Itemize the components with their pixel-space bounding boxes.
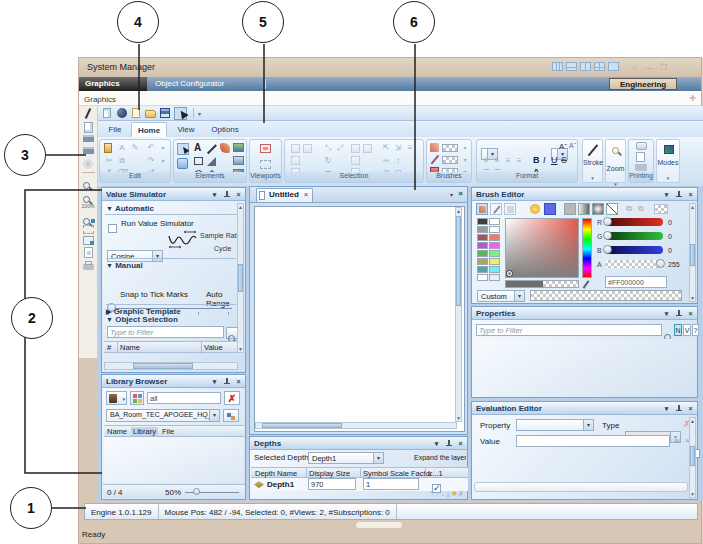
align-left-icon[interactable] [351,144,360,153]
col-symbol-scale[interactable]: Symbol Scale Factor [363,469,432,478]
depths-header[interactable]: Depths [250,437,467,450]
no-brush-button[interactable] [606,203,618,215]
select-all-icon[interactable] [291,156,300,165]
color-swatch[interactable] [477,234,488,241]
align-text-justify-icon[interactable]: ≡ [514,156,524,166]
restore-icon[interactable]: ❐ [660,63,667,72]
shrink-font-icon[interactable]: Aˇ [569,142,576,149]
run-simulator-checkbox[interactable] [108,224,117,233]
document-tab-untitled[interactable]: Untitled × [256,188,313,202]
nav-tab-object-configurator[interactable]: Object Configurator [149,77,259,91]
engineering-button[interactable]: Engineering [609,78,677,90]
align-text-left-icon[interactable]: ≡ [481,156,491,166]
evaluation-hscrollbar[interactable] [474,482,688,492]
library-search-input[interactable] [147,392,221,404]
move-top-icon[interactable]: ⤒ [430,490,433,497]
group-icon[interactable] [291,144,300,153]
rectangle-tool-icon[interactable] [194,157,203,165]
title-bar[interactable]: System Manager ⌂ — ❐ [79,58,701,77]
library-zoom-thumb[interactable] [193,488,200,495]
brightness-icon[interactable] [530,204,540,214]
pen-tool-icon[interactable] [82,108,95,120]
undo-dropdown-icon[interactable]: ▾ [158,143,168,153]
properties-header[interactable]: Properties [472,307,697,320]
library-layers-button[interactable] [223,409,239,422]
property-combo[interactable]: ▾ [516,419,594,431]
align-text-center-icon[interactable]: ≡ [492,156,502,166]
undo-icon[interactable]: ↶ [146,143,156,153]
panel-menu-icon[interactable] [662,404,671,413]
automatic-section-header[interactable]: ▼ Automatic [106,204,154,213]
pointer-tool-button[interactable] [174,107,187,120]
color-swatch[interactable] [477,226,488,233]
move-bottom-icon[interactable]: ⤓ [446,490,449,497]
triangle-tool-icon[interactable] [207,157,216,166]
value-simulator-header[interactable]: Value Simulator [102,188,245,201]
properties-list-empty[interactable] [474,339,696,396]
distribute-h-icon[interactable]: ⇿ [381,156,391,166]
stroke-target-button[interactable] [490,203,502,215]
page-setup-icon[interactable] [84,247,93,258]
window-resize-grip[interactable] [356,522,402,528]
prev-arrow-icon[interactable]: ⇐ [674,436,681,445]
page-setup-ribbon-icon[interactable] [636,152,645,162]
save-file-icon[interactable] [83,135,94,145]
grow-font-icon[interactable]: Aˆ [559,142,567,151]
view-mode-button[interactable] [130,391,144,405]
brush-editor-vscrollbar[interactable]: ▲▼ [689,203,696,302]
object-filter-input[interactable] [107,326,224,338]
close-icon[interactable] [686,404,695,413]
distribute-v-icon[interactable]: ↕ [393,156,403,166]
copy-icon[interactable]: A [117,143,127,153]
fill-brush-dropdown-icon[interactable]: ▾ [460,143,470,153]
ribbon-tab-home[interactable]: Home [131,122,167,137]
col-name[interactable]: Name [120,343,140,352]
select-tool-button[interactable] [177,143,189,155]
library-source-button[interactable]: ▾ [106,391,127,405]
filter-help-button[interactable]: ? [692,324,699,336]
color-swatch[interactable] [477,218,488,225]
col-layers[interactable]: L...1 [428,469,443,478]
select-region-icon[interactable] [83,225,94,234]
close-icon[interactable] [234,377,243,386]
depth-name[interactable]: Depth1 [267,480,294,489]
save-icon[interactable] [160,108,170,118]
pin-icon[interactable] [222,377,231,386]
add-depth-icon[interactable]: ✹ [452,490,458,497]
value-simulator-hscrollbar[interactable] [104,362,238,370]
canvas-vscrollbar[interactable]: ▲▼ [455,207,462,422]
col-file[interactable]: File [162,427,174,436]
zoom-100-label[interactable]: 100% [79,203,97,209]
pin-icon[interactable] [444,439,453,448]
col-display-size[interactable]: Display Size [309,469,350,478]
clear-search-button[interactable]: ✗ [224,391,240,405]
scale-icon[interactable]: ⤢ [335,143,345,153]
close-icon[interactable] [234,190,243,199]
text-tool-icon[interactable]: A [194,142,201,153]
toolbar-overflow-icon[interactable]: ▾ [198,110,201,117]
format-painter-icon[interactable]: ✎ [130,143,140,153]
pin-icon[interactable] [674,190,683,199]
zoom-in-icon[interactable] [82,175,95,187]
italic-icon[interactable]: I [543,155,546,165]
redo-icon[interactable]: ↷ [146,156,156,166]
panel-menu-icon[interactable] [210,190,219,199]
bring-forward-icon[interactable]: ⇱ [381,143,391,153]
brush-type-combo[interactable]: Custom▾ [477,290,525,302]
tab-close-all-icon[interactable]: × [458,189,463,198]
color-swatch[interactable] [489,218,500,225]
pattern-swatch[interactable] [654,204,668,214]
brush-editor-header[interactable]: Brush Editor [472,188,697,201]
blue-slider[interactable] [605,246,663,254]
drawing-canvas[interactable] [254,206,465,432]
duplicate-icon[interactable]: ⧉ [117,156,127,166]
evaluation-editor-header[interactable]: Evaluation Editor [472,402,697,415]
line-tool-icon[interactable] [207,144,217,154]
col-depth-name[interactable]: Depth Name [255,469,297,478]
viewport-element-icon[interactable] [233,156,244,165]
globe-icon[interactable] [117,108,127,118]
delete-depth-icon[interactable]: ✗ [459,490,463,497]
template-document-icon[interactable] [132,108,140,118]
color-swatch[interactable] [489,226,500,233]
layout-grid-icon[interactable] [552,62,563,71]
